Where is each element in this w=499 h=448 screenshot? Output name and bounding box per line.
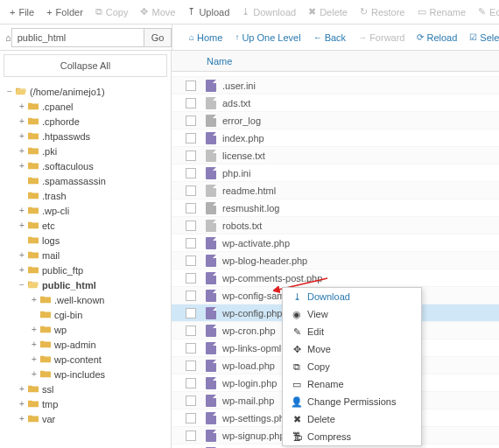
tree-node-mail[interactable]: +mail (5, 248, 171, 262)
row-checkbox[interactable] (186, 186, 196, 196)
go-button[interactable]: Go (144, 28, 172, 47)
toggle-icon[interactable]: + (30, 325, 39, 334)
row-checkbox[interactable] (186, 116, 196, 126)
nav-reload-button[interactable]: ⟳Reload (411, 24, 463, 51)
toggle-icon[interactable]: + (18, 384, 26, 394)
file-row[interactable]: error_log (172, 112, 499, 130)
icon: + (10, 7, 15, 18)
file-row[interactable]: .user.ini (172, 77, 499, 94)
row-checkbox[interactable] (186, 360, 196, 371)
file-row[interactable]: php.ini (172, 164, 499, 182)
tree-node-publicftp[interactable]: +public_ftp (5, 262, 171, 277)
ctx-change-permissions[interactable]: 👤Change Permissions (283, 393, 421, 410)
tree-node-softaculous[interactable]: +.softaculous (5, 158, 171, 173)
row-checkbox[interactable] (186, 326, 196, 336)
file-row[interactable]: ads.txt (172, 94, 499, 112)
file-row[interactable]: resmushit.log (172, 200, 499, 217)
file-row[interactable]: wp-blog-header.php (172, 252, 499, 270)
toggle-icon[interactable]: + (18, 414, 26, 424)
nav-home-button[interactable]: ⌂Home (183, 24, 228, 51)
row-checkbox[interactable] (186, 203, 196, 214)
file-name: wp-signup.php (222, 430, 285, 441)
toggle-icon[interactable]: + (18, 399, 26, 409)
tree-node-spamassassin[interactable]: .spamassassin (5, 173, 171, 188)
row-checkbox[interactable] (186, 378, 196, 388)
file-row[interactable]: robots.txt (172, 217, 499, 234)
row-checkbox[interactable] (186, 220, 196, 231)
tree-node-wpincludes[interactable]: +wp-includes (5, 367, 171, 382)
tree-node-logs[interactable]: logs (5, 233, 171, 248)
ctx-compress[interactable]: 🗜Compress (283, 428, 421, 445)
tree-node-cpanel[interactable]: +.cpanel (5, 99, 171, 114)
tree-node-wpadmin[interactable]: +wp-admin (5, 337, 171, 352)
toggle-icon[interactable]: − (5, 87, 14, 96)
toggle-icon[interactable]: + (30, 295, 39, 304)
toggle-icon[interactable]: + (18, 102, 26, 111)
row-checkbox[interactable] (186, 396, 196, 406)
ctx-download[interactable]: ⤓Download (283, 288, 421, 305)
ctx-delete[interactable]: ✖Delete (283, 410, 421, 428)
row-checkbox[interactable] (186, 133, 196, 144)
tree-node-cgibin[interactable]: cgi-bin (5, 307, 171, 322)
tree-node-wpcli[interactable]: +.wp-cli (5, 203, 171, 218)
row-checkbox[interactable] (186, 256, 196, 266)
row-checkbox[interactable] (186, 168, 196, 178)
file-row[interactable]: index.php (172, 130, 499, 147)
file-row[interactable]: wp-comments-post.php (172, 270, 499, 287)
toolbar-folder-button[interactable]: +Folder (40, 0, 89, 24)
nav-select-all-button[interactable]: ☑Select All (463, 24, 499, 51)
toggle-icon[interactable]: − (18, 280, 26, 290)
row-checkbox[interactable] (186, 98, 196, 108)
toggle-icon[interactable]: + (18, 146, 26, 156)
tree-node-publichtml[interactable]: −public_html (5, 277, 171, 292)
tree-node-var[interactable]: +var (5, 411, 171, 426)
tree-node-homeanimejo1[interactable]: −(/home/animejo1) (5, 84, 171, 99)
row-checkbox[interactable] (186, 238, 196, 248)
home-icon[interactable]: ⌂ (5, 32, 11, 43)
row-checkbox[interactable] (186, 273, 196, 284)
row-checkbox[interactable] (186, 308, 196, 318)
icon: → (358, 32, 367, 42)
toggle-icon[interactable]: + (18, 161, 26, 171)
nav-up-one-level-button[interactable]: ↑Up One Level (228, 24, 306, 51)
ctx-edit[interactable]: ✎Edit (283, 323, 421, 340)
toggle-icon[interactable]: + (18, 220, 26, 230)
row-checkbox[interactable] (186, 80, 196, 91)
file-row[interactable]: wp-activate.php (172, 234, 499, 252)
tree-node-wp[interactable]: +wp (5, 322, 171, 337)
row-checkbox[interactable] (186, 413, 196, 424)
tree-node-htpasswds[interactable]: +.htpasswds (5, 129, 171, 144)
toolbar-file-button[interactable]: +File (4, 0, 40, 24)
name-column-header[interactable]: Name (196, 56, 232, 66)
ctx-move[interactable]: ✥Move (283, 340, 421, 358)
collapse-all-button[interactable]: Collapse All (4, 54, 167, 77)
tree-node-tmp[interactable]: +tmp (5, 396, 171, 411)
toggle-icon[interactable]: + (18, 131, 26, 141)
file-row[interactable]: license.txt (172, 147, 499, 164)
row-checkbox[interactable] (186, 290, 196, 301)
toolbar-upload-button[interactable]: ⤒Upload (181, 0, 235, 24)
toggle-icon[interactable]: + (30, 354, 39, 364)
toggle-icon[interactable]: + (18, 250, 26, 260)
toggle-icon[interactable]: + (30, 369, 39, 379)
path-input[interactable] (11, 28, 144, 47)
tree-node-wellknown[interactable]: +.well-known (5, 292, 171, 307)
row-checkbox[interactable] (186, 343, 196, 354)
toggle-icon[interactable]: + (30, 340, 39, 349)
tree-node-cphorde[interactable]: +.cphorde (5, 114, 171, 129)
tree-node-pki[interactable]: +.pki (5, 144, 171, 158)
ctx-view[interactable]: ◉View (283, 305, 421, 323)
file-row[interactable]: readme.html (172, 182, 499, 200)
toggle-icon[interactable]: + (18, 206, 26, 215)
tree-node-ssl[interactable]: +ssl (5, 382, 171, 396)
row-checkbox[interactable] (186, 430, 196, 441)
tree-node-wpcontent[interactable]: +wp-content (5, 352, 171, 367)
nav-back-button[interactable]: ←Back (307, 24, 352, 51)
ctx-rename[interactable]: ▭Rename (283, 375, 421, 393)
toggle-icon[interactable]: + (18, 265, 26, 275)
tree-node-trash[interactable]: .trash (5, 188, 171, 203)
row-checkbox[interactable] (186, 150, 196, 161)
ctx-copy[interactable]: ⧉Copy (283, 358, 421, 375)
tree-node-etc[interactable]: +etc (5, 218, 171, 233)
toggle-icon[interactable]: + (18, 116, 26, 126)
